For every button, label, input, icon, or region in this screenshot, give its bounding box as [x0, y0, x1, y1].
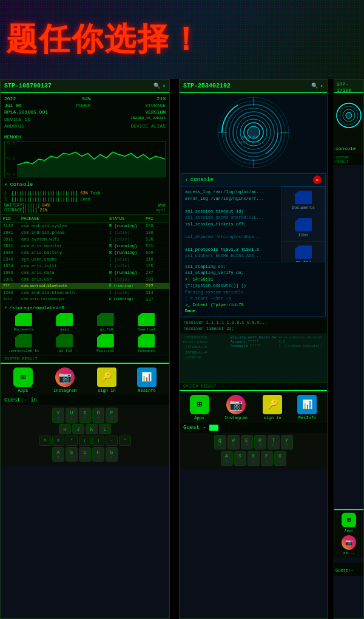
popup-gsfs3[interactable]: gs_fs3 [282, 242, 325, 262]
mid-app-bar: ⊞ Apps 📷 Instagram 🔑 sign in 📊 ResInfo [180, 390, 327, 423]
line-bar-1: [||||||||||||||||||||||||] [12, 190, 78, 197]
line-desc-1: Task [90, 190, 101, 197]
app-item-instagram-left[interactable]: 📷 Instagram [53, 368, 76, 393]
key-star[interactable]: * [66, 436, 78, 445]
key-i[interactable]: I8 [79, 408, 91, 423]
key-rparen[interactable]: ) [92, 436, 104, 445]
mid-star-icon[interactable]: ✦ [320, 83, 323, 89]
key-hash2[interactable]: # [52, 436, 64, 445]
key-row-4: A@ S* D• F+ G( [3, 447, 167, 462]
mid-key-f[interactable]: F+ [261, 451, 273, 466]
proc-row-4[interactable]: 3801com.aris.monitorR (running)521 [1, 243, 169, 250]
mid-status-inner: _OBSERVED=0 DETECTION=0 _EXTERNAL=0 _INT… [183, 335, 323, 380]
star-icon[interactable]: ✦ [163, 83, 166, 89]
app-item-apps-mid[interactable]: ⊞ Apps [190, 395, 209, 420]
right-insta-icon: 📷 [342, 535, 356, 550]
key-quote[interactable]: " [119, 436, 131, 445]
storage-label: STORAGE [145, 102, 166, 109]
key-y[interactable]: Y6 [52, 408, 64, 423]
mid-key-q[interactable]: Q1 [214, 435, 226, 450]
app-item-sign-mid[interactable]: 🔑 sign in [263, 395, 282, 420]
sys-row-2: Jul 06 POWER STORAGE [4, 102, 166, 109]
key-dash[interactable]: - [106, 436, 118, 445]
mid-key-s[interactable]: S* [234, 451, 246, 466]
proc-row-3[interactable]: 3011and.system.wifiI (idle)536 [1, 236, 169, 243]
proc-row-9[interactable]: 2301com.aris.usrI (idle)103 [1, 276, 169, 283]
left-term-header: STP-108790137 🔍 ✦ [1, 80, 169, 93]
right-system-result: SYSTEM RESULT [334, 154, 363, 165]
file-item-pictures[interactable]: Pictures [86, 334, 125, 353]
cline-8: ssl_dhparam /etc/nginx/dhpa... [185, 234, 276, 241]
popup-docs[interactable]: Documents [282, 187, 325, 214]
battery-day: Wed [158, 203, 166, 208]
proc-row-2[interactable]: 2801com.android.phoneI (idle)180 [1, 230, 169, 236]
key-s[interactable]: S* [66, 447, 78, 462]
mid-key-g[interactable]: G( [274, 451, 286, 466]
key-j[interactable]: J [72, 424, 84, 435]
line-num-2: 2 [4, 196, 9, 203]
mid-key-r[interactable]: R4 [254, 435, 266, 450]
key-f[interactable]: F+ [92, 447, 104, 462]
app-item-apps-right[interactable]: ⊞ Apps [342, 513, 356, 533]
folder-icon-dark [97, 313, 114, 326]
key-u[interactable]: U7 [66, 408, 78, 423]
mid-key-t[interactable]: T5 [268, 435, 280, 450]
app-item-resinfo-left[interactable]: 📊 ResInfo [137, 368, 157, 393]
proc-row-11[interactable]: 1203com.android.bluetoothI (idle)314 [1, 290, 169, 296]
key-l[interactable]: L [99, 424, 111, 435]
proc-row-1[interactable]: 3102com.android.systemR (running)258 [1, 223, 169, 230]
search-icon[interactable]: 🔍 [153, 83, 160, 89]
proc-row-5[interactable]: 1909com.aris.batteryR (running)699 [1, 250, 169, 256]
mid-key-w[interactable]: W2 [228, 435, 240, 450]
file-item-download[interactable]: Download [127, 313, 166, 332]
mid-status-left: _OBSERVED=0 DETECTION=0 _EXTERNAL=0 _INT… [183, 335, 228, 380]
sign-label-left: sign in [98, 388, 115, 393]
proc-row-7[interactable]: 1034com.aris.initiI (idle)155 [1, 263, 169, 270]
proc-row-12[interactable]: 2310com.aris.taskmanagerR (running)337 [1, 296, 169, 303]
popup-libs[interactable]: libs [282, 214, 325, 242]
file-item-gsfs0[interactable]: .gs_fs0 [86, 313, 125, 332]
app-item-resinfo-mid[interactable]: 📊 ResInfo [297, 395, 317, 420]
hud-container: _OBSERVED _DETECTION=0 [180, 93, 327, 172]
key-o[interactable]: O9 [92, 408, 104, 423]
cline-10: ssl_protocols TLSv1.2 TLSv1.3 [185, 247, 276, 253]
app-item-instagram-mid[interactable]: 📷 Instagram [224, 395, 248, 420]
file-item-gsfs3[interactable]: .gs_fs3 [46, 334, 84, 353]
mid-lightning-icon: ⚡ [185, 177, 188, 183]
file-item-docs[interactable]: Documents [4, 313, 43, 332]
mid-key-a[interactable]: A@ [221, 451, 233, 466]
proc-row-10[interactable]: ???com.android.bluetoothR (running)??? [1, 283, 169, 290]
status-interval: _INTERVAL=0 [183, 351, 228, 355]
mid-console-close[interactable]: × [313, 176, 322, 184]
file-item-fundweex[interactable]: fundweex [127, 334, 166, 353]
sys-info: 2022 84% 21% Jul 06 POWER STORAGE RP1A.2… [1, 93, 169, 132]
key-k[interactable]: K [86, 424, 98, 435]
sys-row-3: RP1A.201005.001 VERSION [4, 109, 166, 115]
proc-row-6[interactable]: 2340sys.user.cacheI (idle)316 [1, 256, 169, 263]
app-item-insta-right[interactable]: 📷 co... [342, 535, 356, 555]
app-item-sign-left[interactable]: 🔑 sign in [97, 368, 116, 393]
mid-search-icon[interactable]: 🔍 [311, 83, 318, 89]
proc-row-8[interactable]: 2089com.aris.dataR (running)237 [1, 270, 169, 276]
key-lparen[interactable]: ( [79, 436, 91, 445]
build-val: IN2010_15_220214 [130, 116, 166, 123]
key-h[interactable]: H [59, 424, 71, 435]
mid-key-e[interactable]: E3 [241, 435, 253, 450]
mid-key-y[interactable]: Y6 [281, 435, 293, 450]
key-hash[interactable]: # [39, 436, 51, 445]
key-a[interactable]: A@ [52, 447, 64, 462]
key-g[interactable]: G( [106, 447, 118, 462]
file-item-amap[interactable]: amap [46, 313, 84, 332]
right-hud-svg [335, 94, 363, 137]
battery-text: BATTERY[|||||] [4, 203, 40, 208]
key-d[interactable]: D• [79, 447, 91, 462]
file-item-oprecycle[interactable]: .oprecycleb ln [4, 334, 43, 353]
date-val: Jul 06 [4, 102, 22, 109]
mid-key-d[interactable]: D• [248, 451, 260, 466]
mid-status-far-right: aris console version 3.2 { :[system.exec… [278, 335, 323, 380]
popup-gsfs3-label: gs_fs3 [295, 260, 311, 262]
resinfo-label-mid: ResInfo [298, 416, 316, 420]
key-p[interactable]: P0 [106, 408, 118, 423]
app-item-apps-left[interactable]: ⊞ Apps [13, 368, 33, 393]
android-label: ANDROID [4, 123, 25, 129]
